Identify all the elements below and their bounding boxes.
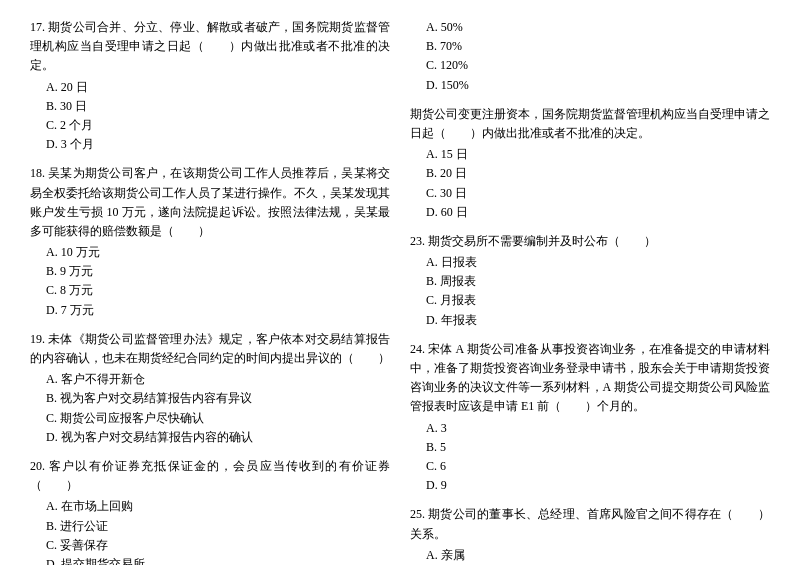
question-17-option-d: D. 3 个月 [30, 135, 390, 154]
left-column: 17. 期货公司合并、分立、停业、解散或者破产，国务院期货监督管理机构应当自受理… [30, 18, 390, 565]
content-columns: 17. 期货公司合并、分立、停业、解散或者破产，国务院期货监督管理机构应当自受理… [30, 18, 770, 565]
question-24-option-d: D. 9 [410, 476, 770, 495]
question-18-text: 18. 吴某为期货公司客户，在该期货公司工作人员推荐后，吴某将交易全权委托给该期… [30, 164, 390, 241]
question-25: 25. 期货公司的董事长、总经理、首席风险官之间不得存在（ ）关系。 A. 亲属… [410, 505, 770, 565]
question-24: 24. 宋体 A 期货公司准备从事投资咨询业务，在准备提交的申请材料中，准备了期… [410, 340, 770, 496]
question-22-option-c: C. 30 日 [410, 184, 770, 203]
question-20-text: 20. 客户以有价证券充抵保证金的，会员应当传收到的有价证券（ ） [30, 457, 390, 495]
question-19-option-c: C. 期货公司应报客户尽快确认 [30, 409, 390, 428]
question-23-option-a: A. 日报表 [410, 253, 770, 272]
question-25-option-a: A. 亲属 [410, 546, 770, 565]
question-17-option-a: A. 20 日 [30, 78, 390, 97]
question-17-option-c: C. 2 个月 [30, 116, 390, 135]
question-17r-option-b: B. 70% [410, 37, 770, 56]
page: 17. 期货公司合并、分立、停业、解散或者破产，国务院期货监督管理机构应当自受理… [0, 0, 800, 565]
question-23-text: 23. 期货交易所不需要编制并及时公布（ ） [410, 232, 770, 251]
question-24-option-a: A. 3 [410, 419, 770, 438]
question-20-option-b: B. 进行公证 [30, 517, 390, 536]
question-23: 23. 期货交易所不需要编制并及时公布（ ） A. 日报表 B. 周报表 C. … [410, 232, 770, 330]
question-24-option-b: B. 5 [410, 438, 770, 457]
question-19-option-d: D. 视为客户对交易结算报告内容的确认 [30, 428, 390, 447]
question-17r-option-c: C. 120% [410, 56, 770, 75]
question-20-option-d: D. 提交期货交易所 [30, 555, 390, 565]
question-17r-option-d: D. 150% [410, 76, 770, 95]
question-23-option-c: C. 月报表 [410, 291, 770, 310]
question-20-option-c: C. 妥善保存 [30, 536, 390, 555]
question-17-option-b: B. 30 日 [30, 97, 390, 116]
question-17-text: 17. 期货公司合并、分立、停业、解散或者破产，国务院期货监督管理机构应当自受理… [30, 18, 390, 76]
question-18-option-a: A. 10 万元 [30, 243, 390, 262]
question-23-option-d: D. 年报表 [410, 311, 770, 330]
question-23-option-b: B. 周报表 [410, 272, 770, 291]
question-17-right: A. 50% B. 70% C. 120% D. 150% [410, 18, 770, 95]
question-17r-option-a: A. 50% [410, 18, 770, 37]
question-19-option-a: A. 客户不得开新仓 [30, 370, 390, 389]
question-18-option-d: D. 7 万元 [30, 301, 390, 320]
question-24-text: 24. 宋体 A 期货公司准备从事投资咨询业务，在准备提交的申请材料中，准备了期… [410, 340, 770, 417]
question-18-option-b: B. 9 万元 [30, 262, 390, 281]
question-22-text: 期货公司变更注册资本，国务院期货监督管理机构应当自受理申请之日起（ ）内做出批准… [410, 105, 770, 143]
question-22-option-a: A. 15 日 [410, 145, 770, 164]
question-22-option-d: D. 60 日 [410, 203, 770, 222]
question-19: 19. 未体《期货公司监督管理办法》规定，客户依本对交易结算报告的内容确认，也未… [30, 330, 390, 447]
question-25-text: 25. 期货公司的董事长、总经理、首席风险官之间不得存在（ ）关系。 [410, 505, 770, 543]
question-20-option-a: A. 在市场上回购 [30, 497, 390, 516]
question-18-option-c: C. 8 万元 [30, 281, 390, 300]
question-20: 20. 客户以有价证券充抵保证金的，会员应当传收到的有价证券（ ） A. 在市场… [30, 457, 390, 565]
question-19-text: 19. 未体《期货公司监督管理办法》规定，客户依本对交易结算报告的内容确认，也未… [30, 330, 390, 368]
question-19-option-b: B. 视为客户对交易结算报告内容有异议 [30, 389, 390, 408]
question-24-option-c: C. 6 [410, 457, 770, 476]
right-column: A. 50% B. 70% C. 120% D. 150% 期货公司变更注册资本… [410, 18, 770, 565]
question-22: 期货公司变更注册资本，国务院期货监督管理机构应当自受理申请之日起（ ）内做出批准… [410, 105, 770, 222]
question-22-option-b: B. 20 日 [410, 164, 770, 183]
question-17: 17. 期货公司合并、分立、停业、解散或者破产，国务院期货监督管理机构应当自受理… [30, 18, 390, 154]
question-18: 18. 吴某为期货公司客户，在该期货公司工作人员推荐后，吴某将交易全权委托给该期… [30, 164, 390, 320]
